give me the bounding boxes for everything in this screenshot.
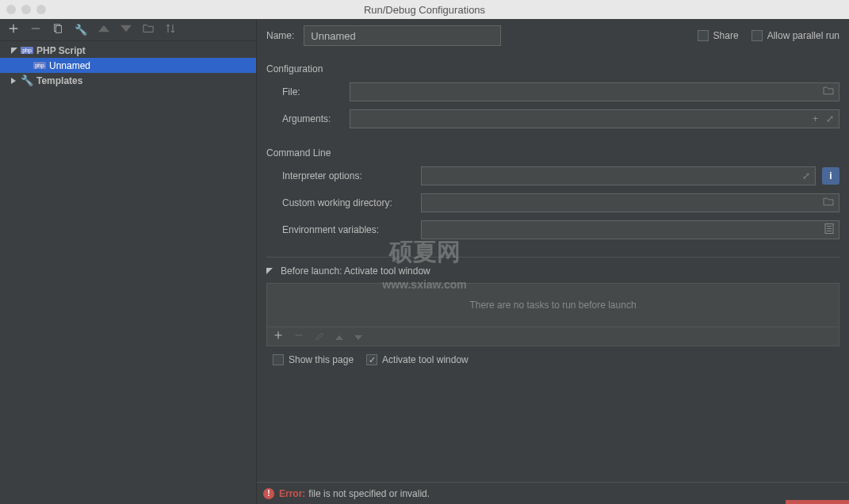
remove-task-icon[interactable] xyxy=(294,330,304,342)
show-this-page-checkbox[interactable]: Show this page xyxy=(273,354,354,365)
info-button[interactable]: i xyxy=(822,167,839,185)
error-icon: ! xyxy=(263,488,274,499)
sidebar-toolbar: 🔧 xyxy=(0,19,256,41)
activate-tool-window-checkbox[interactable]: Activate tool window xyxy=(366,354,468,365)
tree-node-templates[interactable]: 🔧 Templates xyxy=(0,73,256,88)
config-tree: php PHP Script php Unnamed 🔧 Templates xyxy=(0,41,256,88)
env-vars-input[interactable] xyxy=(421,220,839,239)
activate-tool-window-label: Activate tool window xyxy=(382,354,468,365)
expand-icon[interactable]: ⤢ xyxy=(826,113,834,124)
tree-label: PHP Script xyxy=(36,45,86,56)
tree-label: Templates xyxy=(36,75,82,86)
browse-folder-icon[interactable] xyxy=(823,86,834,98)
move-down-icon[interactable] xyxy=(120,23,132,36)
custom-dir-input[interactable] xyxy=(421,193,839,212)
close-window-button[interactable] xyxy=(6,5,16,14)
php-icon: php xyxy=(33,62,46,69)
show-this-page-label: Show this page xyxy=(289,354,354,365)
error-label: Error: xyxy=(279,488,305,499)
custom-dir-label: Custom working directory: xyxy=(282,197,421,208)
settings-icon[interactable]: 🔧 xyxy=(75,24,87,36)
move-up-icon[interactable] xyxy=(335,331,343,342)
list-icon[interactable] xyxy=(824,223,834,237)
add-task-icon[interactable] xyxy=(273,330,283,342)
svg-rect-1 xyxy=(55,26,61,33)
content-panel: Name: Share Allow parallel run Configura… xyxy=(257,19,849,504)
share-checkbox[interactable]: Share xyxy=(698,30,739,41)
sort-icon[interactable] xyxy=(165,23,176,36)
minimize-window-button[interactable] xyxy=(21,5,31,14)
name-label: Name: xyxy=(266,30,294,41)
folder-icon[interactable] xyxy=(143,23,154,36)
tree-node-php-script[interactable]: php PHP Script xyxy=(0,43,256,58)
expand-arrow-icon xyxy=(11,48,19,54)
expand-arrow-icon[interactable] xyxy=(266,268,274,274)
plus-icon[interactable]: + xyxy=(813,113,818,124)
move-up-icon[interactable] xyxy=(98,23,109,36)
tree-label: Unnamed xyxy=(49,60,90,71)
task-toolbar xyxy=(266,327,839,346)
file-label: File: xyxy=(282,86,350,97)
edit-task-icon[interactable] xyxy=(315,330,324,342)
file-input[interactable] xyxy=(350,82,839,101)
name-input[interactable] xyxy=(304,25,501,46)
titlebar: Run/Debug Configurations xyxy=(0,0,849,19)
allow-parallel-checkbox[interactable]: Allow parallel run xyxy=(751,30,839,41)
share-label: Share xyxy=(713,30,739,41)
copy-icon[interactable] xyxy=(52,23,63,36)
move-down-icon[interactable] xyxy=(354,331,362,342)
before-launch-tasks: There are no tasks to run before launch xyxy=(266,283,839,327)
before-launch-label: Before launch: Activate tool window xyxy=(281,265,430,277)
collapse-arrow-icon xyxy=(11,78,19,84)
configuration-section-label: Configuration xyxy=(266,63,839,74)
browse-folder-icon[interactable] xyxy=(823,197,834,209)
window-title: Run/Debug Configurations xyxy=(364,4,485,16)
maximize-window-button[interactable] xyxy=(36,5,46,14)
arguments-input[interactable]: + ⤢ xyxy=(350,109,839,128)
error-indicator xyxy=(786,500,849,504)
expand-icon[interactable]: ⤢ xyxy=(802,170,810,181)
error-bar: ! Error: file is not specified or invali… xyxy=(257,482,849,504)
arguments-label: Arguments: xyxy=(282,113,350,124)
env-vars-label: Environment variables: xyxy=(282,224,421,235)
allow-parallel-label: Allow parallel run xyxy=(767,30,839,41)
command-line-section-label: Command Line xyxy=(266,147,839,158)
sidebar: 🔧 php PHP Script php Unnamed 🔧 Templates xyxy=(0,19,257,504)
interpreter-options-label: Interpreter options: xyxy=(282,170,421,181)
php-icon: php xyxy=(21,47,33,54)
interpreter-options-input[interactable]: ⤢ xyxy=(421,166,816,185)
no-tasks-message: There are no tasks to run before launch xyxy=(469,300,636,311)
remove-icon[interactable] xyxy=(30,23,41,36)
add-icon[interactable] xyxy=(8,23,19,36)
tree-node-unnamed[interactable]: php Unnamed xyxy=(0,58,256,73)
wrench-icon: 🔧 xyxy=(21,74,33,86)
error-message: file is not specified or invalid. xyxy=(308,488,430,499)
